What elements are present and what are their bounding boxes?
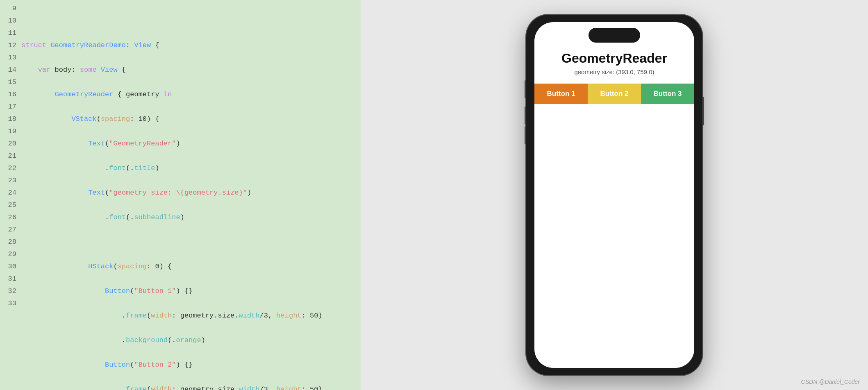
line-numbers: 9 10 11 12 13 14 15 16 17 18 19 20 21 22… bbox=[0, 0, 21, 390]
code-editor: 9 10 11 12 13 14 15 16 17 18 19 20 21 22… bbox=[0, 0, 361, 390]
app-subtitle: geometry size: (393.0, 759.0) bbox=[574, 68, 654, 75]
button-row: Button 1 Button 2 Button 3 bbox=[534, 84, 694, 104]
button-2[interactable]: Button 2 bbox=[588, 84, 641, 104]
button-3[interactable]: Button 3 bbox=[641, 84, 694, 104]
app-title: GeometryReader bbox=[561, 51, 667, 66]
dynamic-island bbox=[589, 28, 640, 43]
code-content: struct GeometryReaderDemo: View { var bo… bbox=[21, 0, 361, 390]
phone-mockup: GeometryReader geometry size: (393.0, 75… bbox=[526, 15, 702, 375]
preview-pane: GeometryReader geometry size: (393.0, 75… bbox=[361, 0, 868, 390]
phone-screen: GeometryReader geometry size: (393.0, 75… bbox=[534, 22, 694, 368]
screen-content: GeometryReader geometry size: (393.0, 75… bbox=[534, 43, 694, 368]
button-1[interactable]: Button 1 bbox=[534, 84, 588, 104]
watermark: CSDN @Daniel_Coder bbox=[801, 379, 860, 385]
